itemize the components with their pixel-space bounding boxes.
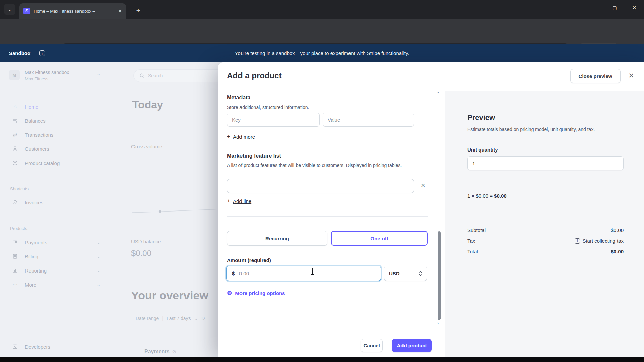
unit-quantity-label: Unit quantity <box>467 147 498 153</box>
currency-symbol: $ <box>232 270 235 276</box>
chevron-down-icon: ⌄ <box>8 6 12 12</box>
amount-field[interactable]: $ <box>226 266 381 281</box>
preview-description: Estimate totals based on pricing model, … <box>467 127 595 132</box>
recurring-toggle-button[interactable]: Recurring <box>227 231 327 246</box>
section-divider <box>227 216 428 217</box>
scrollbar-thumb[interactable] <box>438 231 441 320</box>
plus-icon: + <box>227 198 230 204</box>
browser-toolbar: ← → dashboard.stripe.com/test/dashboard?… <box>0 19 644 44</box>
preview-divider <box>467 181 624 181</box>
modal-title: Add a product <box>227 71 282 80</box>
preview-divider <box>467 217 624 217</box>
add-product-modal: Add a product Close preview ✕ Metadata S… <box>218 62 644 357</box>
screen-bottom-strip <box>0 357 644 362</box>
tab-search-button[interactable]: ⌄ <box>4 4 15 15</box>
preview-heading: Preview <box>467 113 495 122</box>
tab-close-icon[interactable]: ✕ <box>118 8 122 14</box>
tab-title: Home – Max Fitness sandbox – <box>34 9 115 14</box>
add-product-button[interactable]: Add product <box>392 339 432 352</box>
scroll-up-arrow-icon[interactable]: ⌃ <box>436 91 440 96</box>
marketing-feature-description: A list of product features that will be … <box>227 162 422 169</box>
tax-value: i Start collecting tax <box>467 237 624 244</box>
add-line-link[interactable]: + Add line <box>227 198 251 204</box>
currency-select[interactable]: USD <box>384 266 427 281</box>
metadata-value-input[interactable] <box>323 113 414 127</box>
equation-total: $0.00 <box>494 193 507 199</box>
text-caret <box>238 270 238 277</box>
metadata-description: Store additional, structured information… <box>227 104 309 111</box>
marketing-feature-heading: Marketing feature list <box>227 153 281 159</box>
amount-label: Amount (required) <box>227 257 271 263</box>
amount-input[interactable] <box>239 270 340 276</box>
stripe-favicon-icon: S <box>23 8 30 14</box>
add-more-link[interactable]: + Add more <box>227 133 255 140</box>
sandbox-message: You're testing in a sandbox—your place t… <box>0 50 644 56</box>
clear-line-icon[interactable]: × <box>421 181 425 189</box>
window-controls: ─ ▢ ✕ <box>586 0 644 15</box>
modal-footer: Cancel Add product <box>218 332 445 357</box>
new-tab-button[interactable]: + <box>133 5 144 16</box>
cancel-button[interactable]: Cancel <box>361 339 383 352</box>
browser-tabstrip: ⌄ S Home – Max Fitness sandbox – ✕ + ─ ▢… <box>0 0 644 19</box>
subtotal-value: $0.00 <box>467 227 624 233</box>
sandbox-banner: Sandbox i You're testing in a sandbox—yo… <box>0 44 644 62</box>
gear-icon: ⚙ <box>227 290 232 297</box>
preview-panel: Preview Estimate totals based on pricing… <box>445 90 644 357</box>
unit-quantity-input[interactable] <box>467 156 624 170</box>
info-icon: i <box>575 238 580 244</box>
screen: ⌄ S Home – Max Fitness sandbox – ✕ + ─ ▢… <box>0 0 644 362</box>
scroll-down-arrow-icon[interactable]: ⌄ <box>436 320 440 325</box>
start-collecting-tax-link[interactable]: i Start collecting tax <box>575 238 624 244</box>
plus-icon: + <box>227 133 230 140</box>
preview-equation: 1 × $0.00 = $0.00 <box>467 193 507 199</box>
ibeam-cursor <box>311 268 314 275</box>
marketing-feature-input[interactable] <box>227 179 414 193</box>
metadata-key-input[interactable] <box>227 113 320 127</box>
close-preview-button[interactable]: Close preview <box>570 69 621 83</box>
more-pricing-options-link[interactable]: ⚙ More pricing options <box>227 290 285 297</box>
window-maximize-button[interactable]: ▢ <box>605 0 625 15</box>
metadata-heading: Metadata <box>227 95 250 101</box>
window-minimize-button[interactable]: ─ <box>586 0 605 15</box>
select-chevrons-icon <box>419 270 423 277</box>
total-value: $0.00 <box>467 249 624 254</box>
modal-close-icon[interactable]: ✕ <box>628 72 634 80</box>
one-off-toggle-button[interactable]: One-off <box>331 231 428 246</box>
browser-tab[interactable]: S Home – Max Fitness sandbox – ✕ <box>19 3 126 19</box>
window-close-button[interactable]: ✕ <box>625 0 644 15</box>
